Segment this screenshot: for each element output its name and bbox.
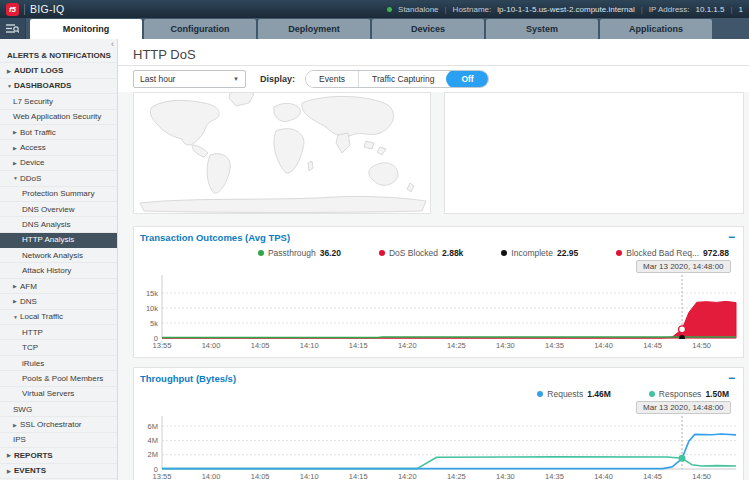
chevron-right-icon: ▶ — [7, 452, 14, 458]
top-bar: f5 BIG-IQ Standalone | Hostname: ip-10-1… — [0, 0, 749, 18]
legend-dot-icon — [649, 391, 655, 397]
sidebar-item-label: Bot Traffic — [20, 128, 56, 137]
display-option-events[interactable]: Events — [306, 71, 358, 87]
hostname-label: Hostname: — [453, 5, 492, 14]
sidebar-item-label: SWG — [13, 405, 32, 414]
cursor-tooltip: Mar 13 2020, 14:48:00 — [636, 260, 731, 273]
world-map-panel[interactable] — [133, 92, 431, 214]
sidebar-item-pools-pool-members[interactable]: Pools & Pool Members — [0, 371, 117, 386]
sidebar-item-bot-traffic[interactable]: ▶Bot Traffic — [0, 125, 117, 140]
sidebar-item-device[interactable]: ▶Device — [0, 156, 117, 171]
separator: | — [641, 5, 643, 14]
sidebar-item-label: AUDIT LOGS — [14, 66, 63, 75]
chart-area-throughput-bytes-s[interactable]: 02M4M6MMar 13 2020, 14:48:0013:5514:0014… — [140, 401, 737, 480]
sidebar-item-afm[interactable]: ▶AFM — [0, 279, 117, 294]
truncated-item: 1 — [739, 5, 743, 14]
sidebar-item-ssl-orchestrator[interactable]: ▶SSL Orchestrator — [0, 417, 117, 432]
sidebar-item-swg[interactable]: SWG — [0, 402, 117, 417]
x-axis-tick: 14:45 — [643, 472, 662, 480]
sidebar-item-ddos[interactable]: ▼DDoS — [0, 171, 117, 186]
x-axis-tick: 14:20 — [398, 341, 417, 350]
x-axis-tick: 13:55 — [153, 472, 172, 480]
x-axis-tick: 14:30 — [496, 341, 515, 350]
sidebar-item-network-analysis[interactable]: Network Analysis — [0, 248, 117, 263]
sidebar-item-label: DDoS — [20, 174, 41, 183]
sidebar-item-alerts-notifications[interactable]: ALERTS & NOTIFICATIONS — [0, 48, 117, 63]
chart-area-transaction-outcomes-avg-tps[interactable]: 05k10k15kMar 13 2020, 14:48:0013:5514:00… — [140, 260, 737, 353]
sidebar-item-label: Attack History — [22, 266, 71, 275]
chevron-right-icon: ▶ — [13, 298, 20, 304]
sidebar-item-label: Web Application Security — [13, 112, 101, 121]
sidebar-item-local-traffic[interactable]: ▼Local Traffic — [0, 310, 117, 325]
sidebar-item-attack-history[interactable]: Attack History — [0, 263, 117, 278]
legend-item-requests[interactable]: Requests1.46M — [537, 389, 611, 399]
tab-deployment[interactable]: Deployment — [258, 19, 370, 39]
separator: | — [730, 5, 732, 14]
tab-bar: MonitoringConfigurationDeploymentDevices… — [0, 18, 749, 39]
legend-dot-icon — [501, 250, 507, 256]
legend-dot-icon — [537, 391, 543, 397]
global-search-icon[interactable] — [0, 18, 26, 39]
tab-system[interactable]: System — [486, 19, 598, 39]
sidebar-item-dashboards[interactable]: ▼DASHBOARDS — [0, 79, 117, 94]
sidebar-item-irules[interactable]: iRules — [0, 356, 117, 371]
x-axis-tick: 13:55 — [153, 341, 172, 350]
sidebar-nav: ‹ ALERTS & NOTIFICATIONS▶AUDIT LOGS▼DASH… — [0, 39, 118, 480]
legend-label: Passthrough — [268, 248, 316, 258]
legend-item-blocked-bad-req[interactable]: Blocked Bad Req...972.88 — [616, 248, 729, 258]
sidebar-items: ALERTS & NOTIFICATIONS▶AUDIT LOGS▼DASHBO… — [0, 48, 117, 479]
chart-legend: Passthrough36.20DoS Blocked2.88kIncomple… — [140, 246, 737, 260]
sidebar-item-http[interactable]: HTTP — [0, 325, 117, 340]
tab-monitoring[interactable]: Monitoring — [30, 19, 142, 39]
sidebar-item-label: DNS Analysis — [22, 220, 70, 229]
legend-item-responses[interactable]: Responses1.50M — [649, 389, 729, 399]
collapse-panel-button[interactable]: − — [728, 372, 735, 384]
x-axis-tick: 14:00 — [202, 472, 221, 480]
sidebar-collapse-icon[interactable]: ‹ — [111, 40, 114, 48]
sidebar-item-l7-security[interactable]: L7 Security — [0, 94, 117, 109]
x-axis-tick: 14:05 — [251, 472, 270, 480]
legend-item-incomplete[interactable]: Incomplete22.95 — [501, 248, 578, 258]
chevron-down-icon: ▼ — [7, 83, 14, 89]
toolbar: Last hour ▼ Display: EventsTraffic Captu… — [118, 66, 749, 92]
tab-devices[interactable]: Devices — [372, 19, 484, 39]
sidebar-item-dns-overview[interactable]: DNS Overview — [0, 202, 117, 217]
x-axis-tick: 14:40 — [594, 472, 613, 480]
display-option-traffic-capturing[interactable]: Traffic Capturing — [358, 71, 447, 87]
sidebar-item-audit-logs[interactable]: ▶AUDIT LOGS — [0, 63, 117, 78]
page-title: HTTP DoS — [118, 39, 749, 66]
world-map — [134, 92, 431, 214]
sidebar-item-protection-summary[interactable]: Protection Summary — [0, 187, 117, 202]
legend-value: 972.88 — [703, 248, 729, 258]
display-option-off[interactable]: Off — [446, 70, 488, 88]
sidebar-item-ips[interactable]: IPS — [0, 433, 117, 448]
collapse-panel-button[interactable]: − — [728, 231, 735, 243]
legend-item-passthrough[interactable]: Passthrough36.20 — [258, 248, 341, 258]
sidebar-item-web-application-security[interactable]: Web Application Security — [0, 110, 117, 125]
sidebar-item-virtual-servers[interactable]: Virtual Servers — [0, 387, 117, 402]
sidebar-item-label: AFM — [20, 282, 37, 291]
x-axis-tick: 14:10 — [300, 472, 319, 480]
chevron-right-icon: ▶ — [13, 422, 20, 428]
tab-applications[interactable]: Applications — [600, 19, 712, 39]
dashboard-content: Transaction Outcomes (Avg TPS)−Passthrou… — [118, 92, 749, 480]
sidebar-item-dns-analysis[interactable]: DNS Analysis — [0, 217, 117, 232]
sidebar-item-tcp[interactable]: TCP — [0, 340, 117, 355]
legend-item-dos-blocked[interactable]: DoS Blocked2.88k — [379, 248, 463, 258]
sidebar-item-access[interactable]: ▶Access — [0, 140, 117, 155]
tab-configuration[interactable]: Configuration — [144, 19, 256, 39]
time-range-dropdown[interactable]: Last hour ▼ — [133, 70, 246, 88]
sidebar-item-reports[interactable]: ▶REPORTS — [0, 448, 117, 463]
x-axis-tick: 14:05 — [251, 341, 270, 350]
x-axis-tick: 14:15 — [349, 472, 368, 480]
sidebar-item-label: REPORTS — [14, 451, 53, 460]
sidebar-item-http-analysis[interactable]: HTTP Analysis — [0, 233, 117, 248]
sidebar-item-label: Access — [20, 143, 46, 152]
chevron-right-icon: ▶ — [13, 129, 20, 135]
f5-logo-icon[interactable]: f5 — [6, 3, 19, 16]
chevron-right-icon: ▶ — [13, 160, 20, 166]
sidebar-item-dns[interactable]: ▶DNS — [0, 294, 117, 309]
display-label: Display: — [260, 74, 295, 84]
sidebar-item-events[interactable]: ▶EVENTS — [0, 464, 117, 479]
sidebar-item-label: HTTP — [22, 328, 43, 337]
